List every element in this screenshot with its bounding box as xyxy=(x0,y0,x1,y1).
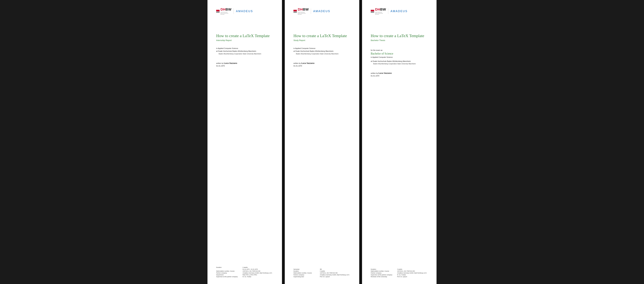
main-title-1: How to create a LaTeX Template xyxy=(216,34,273,38)
dhbw-dh-3: DH xyxy=(375,8,380,11)
details-row-3-3: Supervisor at the partner company: M. Sc… xyxy=(371,274,428,275)
intro-section-1: in Applied Computer Science at Duale Hoc… xyxy=(216,47,273,55)
page-study: DHBW Duale Hochschule Baden-Württemberg … xyxy=(285,0,359,284)
details-value-1-4: R&D-FRA-LATEX-PRO xyxy=(242,274,273,275)
logo-divider-1 xyxy=(234,9,234,14)
intro-line1-1: in Applied Computer Science xyxy=(216,47,273,50)
intro-line2-1: at Duale Hochschule Baden-Württemberg Ma… xyxy=(216,50,273,53)
separator-1 xyxy=(282,0,285,284)
written-by-label-3: written by Luca Vazzano xyxy=(371,72,428,74)
dhbw-subtext-3: Duale Hochschule Baden-Württemberg Mannh… xyxy=(375,12,383,15)
bachelor-science-3: Bachelor of Science xyxy=(371,52,428,55)
details-label-2-0: Semester: xyxy=(294,268,320,270)
details-row-3-2: Partner company: Amadeus Germany GmbH, B… xyxy=(371,272,428,274)
details-row-2-2: Matriculation number, Course: 13374211, … xyxy=(294,272,350,274)
details-label-1-0: Duration: xyxy=(216,266,242,268)
main-title-2: How to create a LaTeX Template xyxy=(294,34,350,38)
details-value-1-5: M. Sc. Foobar xyxy=(242,276,273,277)
details-value-3-1: 13374211, MA-TINF15AI-BC xyxy=(397,270,428,272)
logo-divider-3 xyxy=(388,9,388,14)
details-value-2-1: 2 weeks xyxy=(320,270,350,272)
doc-type-2: Study Report xyxy=(294,39,350,42)
details-row-1-5: Supervisor at the partner company: M. Sc… xyxy=(216,276,273,277)
for-exam-3: for the exam as xyxy=(371,49,428,52)
written-by-section-3: written by Luca Vazzano xyxy=(371,72,428,74)
dhbw-bw-3: BW xyxy=(380,8,386,11)
details-value-1-2: 13374211, MA-TINF15AI-BC xyxy=(242,270,273,272)
details-value-2-3: Amadeus Germany GmbH, Bad Homburg v.d.H. xyxy=(320,274,350,275)
details-label-2-3: Partner company: xyxy=(294,274,320,275)
intro-line1-2: in Applied Computer Science xyxy=(294,47,350,50)
details-value-3-3: M. Sc. Foobar xyxy=(397,274,428,275)
details-row-2-1: Duration: 2 weeks xyxy=(294,270,350,272)
details-value-3-0: 2 weeks xyxy=(397,268,428,270)
written-by-section-1: written by Luca Vazzano xyxy=(216,62,273,64)
intro-section-2: in Applied Computer Science at Duale Hoc… xyxy=(294,47,350,55)
details-label-3-0: Duration: xyxy=(371,268,397,270)
details-label-3-3: Supervisor at the partner company: xyxy=(371,274,397,275)
dhbw-dh-2: DH xyxy=(298,8,303,11)
dhbw-dh-1: DH xyxy=(220,8,226,11)
dhbw-gray-block-3 xyxy=(371,12,374,13)
details-row-3-4: Reviewer of the University: Prof. Dr. Li… xyxy=(371,276,428,277)
details-row-2-0: Semester: 3th xyxy=(294,268,350,270)
dhbw-logo-3: DHBW Duale Hochschule Baden-Württemberg … xyxy=(371,8,386,15)
separator-2 xyxy=(359,0,362,284)
details-label-2-1: Duration: xyxy=(294,270,320,272)
details-label-2-2: Matriculation number, Course: xyxy=(294,272,320,274)
dhbw-subtext-2: Duale Hochschule Baden-Württemberg Mannh… xyxy=(298,12,306,15)
intro-line2-2: at Duale Hochschule Baden-Württemberg Ma… xyxy=(294,50,350,53)
details-label-3-2: Partner company: xyxy=(371,272,397,274)
details-label-1-4: Department: xyxy=(216,274,242,275)
author-name-2: Luca Vazzano xyxy=(301,62,314,64)
details-table-1: Duration: 2 weeks 01.01.1970 - 01.01.197… xyxy=(216,263,273,278)
dhbw-gray-block-1 xyxy=(216,12,220,13)
doc-type-3: Bachelor Thesis xyxy=(371,39,428,42)
details-value-3-2: Amadeus Germany GmbH, Bad Homburg v.d.H. xyxy=(397,272,428,274)
details-value-1-0: 2 weeks xyxy=(242,266,273,268)
dhbw-red-block-3 xyxy=(371,10,374,11)
details-label-1-2: Matriculation number, Course: xyxy=(216,270,242,272)
dhbw-gray-block-2 xyxy=(294,12,297,13)
details-value-2-4: Prof. Dr. Lipsum xyxy=(320,276,350,277)
dhbw-subtext-1: Duale Hochschule Baden-Württemberg Mannh… xyxy=(220,12,228,15)
logo-area-3: DHBW Duale Hochschule Baden-Württemberg … xyxy=(371,8,428,15)
intro-line3-2: Baden-Wuerttemberg Cooperative State Uni… xyxy=(294,53,350,55)
author-name-1: Luca Vazzano xyxy=(224,62,237,64)
dhbw-icon-1 xyxy=(216,10,220,13)
dhbw-bw-1: BW xyxy=(226,8,232,11)
details-row-1-0: Duration: 2 weeks xyxy=(216,266,273,268)
written-by-section-2: written by Luca Vazzano xyxy=(294,62,350,64)
details-row-1-2: Matriculation number, Course: 13374211, … xyxy=(216,270,273,272)
date-2: 01.01.1970 xyxy=(294,65,350,67)
details-row-3-1: Matriculation number, Course: 13374211, … xyxy=(371,270,428,272)
intro-line1-3: in Applied Computer Science xyxy=(371,56,428,59)
date-1: 01.01.1970 xyxy=(216,65,273,67)
main-title-3: How to create a LaTeX Template xyxy=(371,34,428,38)
date-3: 01.01.1970 xyxy=(371,75,428,77)
dhbw-icon-3 xyxy=(371,10,374,13)
dhbw-logo-2: DHBW Duale Hochschule Baden-Württemberg … xyxy=(294,8,309,15)
details-label-3-4: Reviewer of the University: xyxy=(371,276,397,277)
logo-divider-2 xyxy=(311,9,311,14)
amadeus-logo-3: aMaDeus xyxy=(390,10,408,13)
details-value-2-0: 3th xyxy=(320,268,350,270)
logo-area-2: DHBW Duale Hochschule Baden-Württemberg … xyxy=(294,8,350,15)
details-row-1-3: Partner company: Amadeus Germany GmbH, B… xyxy=(216,272,273,274)
intro-section-3: for the exam as Bachelor of Science in A… xyxy=(371,49,428,65)
author-name-3: Luca Vazzano xyxy=(378,72,392,74)
dhbw-icon-2 xyxy=(294,10,297,13)
dhbw-logo-1: DHBW Duale Hochschule Baden-Württemberg … xyxy=(216,8,231,15)
details-label-1-3: Partner company: xyxy=(216,272,242,274)
details-value-3-4: Prof. Dr. Lipsum xyxy=(397,276,428,277)
details-row-2-4: Supervising tutor: Prof. Dr. Lipsum xyxy=(294,276,350,277)
details-row-1-1: 01.01.1970 - 01.01.1970 xyxy=(216,268,273,270)
page-internship: DHBW Duale Hochschule Baden-Württemberg … xyxy=(208,0,282,284)
amadeus-logo-2: aMaDeus xyxy=(313,10,330,13)
details-row-1-4: Department: R&D-FRA-LATEX-PRO xyxy=(216,274,273,275)
written-by-label-2: written by Luca Vazzano xyxy=(294,62,350,64)
details-row-3-0: Duration: 2 weeks xyxy=(371,268,428,270)
details-row-2-3: Partner company: Amadeus Germany GmbH, B… xyxy=(294,274,350,275)
details-value-2-2: 13374211, MA-TINF15AI-BC xyxy=(320,272,350,274)
dhbw-text-1: DHBW xyxy=(220,8,231,12)
